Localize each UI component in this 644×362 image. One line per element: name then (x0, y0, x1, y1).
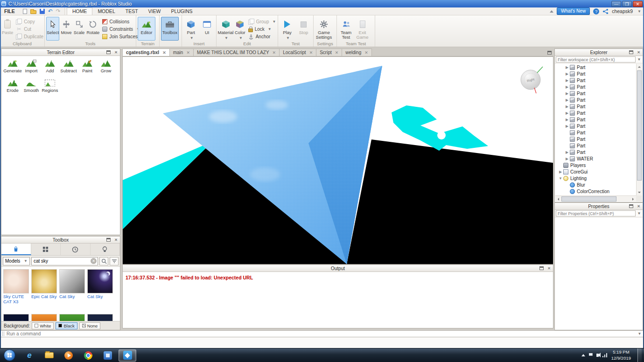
doc-tab-script[interactable]: Script✕ (316, 49, 342, 56)
tree-item-part[interactable]: Part (555, 142, 636, 149)
toolbox-result[interactable]: Cat Sky (87, 269, 113, 304)
scale-tool-button[interactable]: Scale (73, 17, 85, 41)
show-desktop-button[interactable] (637, 348, 642, 362)
insert-ui-button[interactable]: UI (200, 17, 215, 41)
tree-item-part[interactable]: ▶Part (555, 84, 636, 90)
tree-item-part[interactable]: ▶Part (555, 77, 636, 84)
background-none-button[interactable]: None (79, 322, 101, 329)
close-panel-button[interactable]: ✕ (546, 265, 552, 271)
close-tab-icon[interactable]: ✕ (273, 50, 276, 55)
terrain-tool-generate[interactable]: Generate (3, 59, 22, 77)
scrollbar-thumb[interactable] (637, 70, 642, 181)
exit-game-button[interactable]: Exit Game (355, 17, 370, 41)
toolbox-result[interactable]: Cat Sky (59, 269, 85, 304)
chevron-down-icon[interactable]: ▼ (637, 9, 641, 14)
username[interactable]: cheapsk9 (612, 8, 633, 14)
result-thumbnail[interactable] (3, 314, 29, 321)
scroll-up-icon[interactable] (637, 64, 643, 70)
action-center-icon[interactable] (589, 353, 593, 357)
close-tab-icon[interactable]: ✕ (309, 50, 313, 55)
close-button[interactable]: ✕ (633, 1, 643, 7)
result-thumbnail[interactable] (31, 314, 57, 321)
chevron-right-icon[interactable]: ▶ (565, 111, 569, 115)
close-panel-button[interactable]: ✕ (636, 203, 642, 209)
redo-icon[interactable]: ↷ (56, 8, 61, 14)
tree-item-colorcorrection[interactable]: ColorCorrection (555, 188, 636, 195)
taskbar-app-blue[interactable] (99, 349, 117, 362)
terrain-tool-smooth[interactable]: Smooth (22, 79, 41, 97)
float-panel-button[interactable] (628, 203, 634, 209)
doc-tab-main[interactable]: main✕ (170, 49, 194, 56)
team-test-button[interactable]: Team Test (338, 17, 354, 41)
stop-button[interactable]: Stop (296, 17, 311, 41)
toolbox-tab-inventory[interactable] (31, 244, 61, 255)
terrain-tool-paint[interactable]: Paint (78, 59, 97, 77)
clear-search-icon[interactable]: ✕ (91, 258, 97, 264)
search-button[interactable] (99, 257, 108, 265)
new-file-icon[interactable] (23, 9, 27, 14)
taskbar-app-roblox-studio[interactable] (119, 349, 136, 362)
save-icon[interactable] (40, 9, 45, 14)
chevron-right-icon[interactable]: ▶ (565, 157, 569, 161)
close-panel-button[interactable]: ✕ (113, 49, 119, 55)
category-dropdown[interactable]: Models▼ (3, 257, 30, 265)
chevron-right-icon[interactable]: ▶ (565, 91, 569, 96)
close-panel-button[interactable]: ✕ (113, 237, 119, 243)
taskbar-app-file-explorer[interactable] (40, 349, 58, 362)
float-editor-button[interactable] (545, 49, 553, 56)
chevron-down-icon[interactable]: ▼ (558, 176, 563, 181)
close-tab-icon[interactable]: ✕ (364, 50, 368, 55)
scroll-left-icon[interactable] (555, 196, 561, 202)
paste-button[interactable]: Paste (1, 17, 14, 41)
explorer-horizontal-scrollbar[interactable] (555, 195, 636, 202)
tree-item-part[interactable]: ▶Part (555, 116, 636, 123)
material-button[interactable]: Material ▼ (218, 17, 233, 41)
toolbox-result[interactable]: Sky CUTE CAT X3 (3, 269, 29, 304)
terrain-editor-button[interactable]: Editor (138, 17, 155, 41)
tree-item-part[interactable]: ▶Part (555, 97, 636, 103)
tree-item-part[interactable]: Part (555, 136, 636, 142)
close-panel-button[interactable]: ✕ (636, 49, 642, 55)
background-black-button[interactable]: Black (56, 322, 77, 329)
taskbar-app-internet-explorer[interactable]: e (21, 349, 38, 362)
terrain-tool-subtract[interactable]: Subtract (59, 59, 78, 77)
play-button[interactable]: Play ▼ (280, 17, 295, 41)
tree-item-part[interactable]: Part (555, 129, 636, 136)
chevron-down-icon[interactable]: ▼ (637, 57, 642, 62)
tree-item-lighting[interactable]: ▼Lighting (555, 175, 636, 181)
volume-icon[interactable] (596, 354, 599, 357)
collisions-button[interactable]: Collisions (101, 18, 141, 25)
tab-view[interactable]: VIEW (143, 7, 166, 15)
explorer-filter-input[interactable] (556, 56, 636, 63)
open-file-icon[interactable] (30, 10, 36, 14)
select-tool-button[interactable]: Select (46, 17, 59, 41)
chevron-right-icon[interactable]: ▶ (565, 98, 569, 102)
color-button[interactable]: Color ▼ (234, 17, 246, 41)
tree-item-part[interactable]: ▶Part (555, 123, 636, 129)
chevron-down-icon[interactable]: ▼ (637, 332, 642, 336)
search-input[interactable] (32, 258, 91, 264)
whats-new-button[interactable]: What's New (557, 7, 590, 15)
chevron-right-icon[interactable]: ▶ (565, 150, 569, 154)
filter-button[interactable] (110, 257, 119, 265)
taskbar-app-media-player[interactable] (60, 349, 77, 362)
taskbar-app-chrome[interactable] (79, 349, 97, 362)
chevron-down-icon[interactable]: ▼ (637, 211, 642, 216)
duplicate-button[interactable]: Duplicate (14, 33, 45, 40)
cut-button[interactable]: ✂Cut (14, 26, 45, 33)
doc-tab-cgatesting[interactable]: cgatesting.rbxl✕ (122, 49, 170, 56)
tab-home[interactable]: HOME (67, 7, 93, 15)
chevron-right-icon[interactable]: ▶ (565, 65, 569, 70)
scroll-right-icon[interactable] (630, 196, 636, 202)
close-tab-icon[interactable]: ✕ (162, 50, 166, 55)
tree-item-part[interactable]: ▶Part (555, 70, 636, 77)
copy-button[interactable]: Copy (14, 18, 45, 25)
lock-button[interactable]: Lock▼ (247, 26, 278, 33)
network-icon[interactable] (602, 353, 608, 357)
undo-icon[interactable]: ↶ (48, 8, 53, 14)
toolbox-tab-marketplace[interactable] (1, 244, 31, 255)
show-hidden-icons-icon[interactable] (581, 354, 585, 356)
group-button[interactable]: Group▼ (247, 18, 278, 25)
chevron-right-icon[interactable]: ▶ (565, 72, 569, 76)
join-surfaces-button[interactable]: Join Surfaces (101, 33, 141, 40)
